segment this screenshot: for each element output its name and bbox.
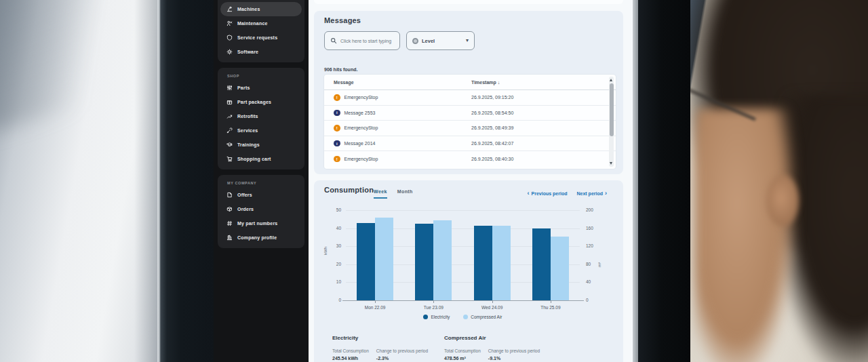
sidebar-item-my-part-numbers[interactable]: My part numbers xyxy=(220,216,302,230)
sidebar-item-parts[interactable]: Parts xyxy=(220,81,302,95)
period-navigation: ‹ Previous period Next period › xyxy=(528,190,607,197)
table-scrollbar[interactable] xyxy=(609,77,614,167)
gridline xyxy=(342,300,584,301)
legend-label: Electricity xyxy=(431,315,450,319)
chevron-left-icon: ‹ xyxy=(528,190,530,197)
timestamp-text: 26.9.2025, 08:42:07 xyxy=(471,141,513,146)
previous-card-remnant xyxy=(314,0,623,4)
sidebar-item-part-packages[interactable]: Part packages xyxy=(220,95,302,109)
timestamp-text: 26.9.2025, 09:15:20 xyxy=(471,95,513,100)
gridline xyxy=(346,210,580,211)
warning-icon: ! xyxy=(334,125,340,132)
sidebar-item-machines[interactable]: Machines xyxy=(220,2,302,16)
bar-electricity xyxy=(357,223,375,300)
sidebar-item-shopping-cart[interactable]: Shopping cart xyxy=(220,152,302,166)
bar-electricity xyxy=(474,226,492,300)
table-row[interactable]: !EmergencyStop26.9.2025, 08:40:30 xyxy=(324,151,616,167)
sidebar-section-label: MY COMPANY xyxy=(227,181,302,185)
table-row[interactable]: iMessage 255326.9.2025, 08:54:50 xyxy=(324,106,616,121)
scrollbar-thumb[interactable] xyxy=(610,83,614,136)
stat-value: -2.3% xyxy=(376,356,428,361)
stat-label: Change to previous period xyxy=(376,348,428,353)
left-axis-tick: 50 xyxy=(336,207,341,212)
stat-column-electricity: ElectricityTotal Consumption245.54 kWhCh… xyxy=(332,335,428,361)
sidebar-item-trainings[interactable]: Trainings xyxy=(220,138,302,152)
messages-panel: Messages Click here to start typing Leve… xyxy=(314,11,623,174)
search-input[interactable]: Click here to start typing xyxy=(324,31,400,50)
sidebar-item-label: Offers xyxy=(237,193,252,197)
software-icon xyxy=(226,49,233,55)
scene: MachinesMaintenanceService requestsSoftw… xyxy=(0,0,868,362)
sidebar-section: MY COMPANYOffersOrdersMy part numbersCom… xyxy=(218,175,304,248)
sidebar-item-offers[interactable]: Offers xyxy=(220,188,302,202)
message-text: EmergencyStop xyxy=(344,95,378,100)
sidebar-item-retrofits[interactable]: Retrofits xyxy=(220,109,302,123)
stat-value: 245.54 kWh xyxy=(332,356,369,361)
left-axis-tick: 30 xyxy=(336,243,341,248)
table-row[interactable]: !EmergencyStop26.9.2025, 09:15:20 xyxy=(324,90,616,106)
sidebar-item-label: Machines xyxy=(237,7,260,12)
shopping-cart-icon xyxy=(226,156,233,162)
sidebar-item-software[interactable]: Software xyxy=(220,45,302,59)
x-axis-label: Tue 23.09 xyxy=(424,305,443,310)
x-axis-label: Wed 24.09 xyxy=(481,305,502,310)
left-axis-tick: 10 xyxy=(336,279,341,284)
x-axis-tick xyxy=(375,300,376,303)
sidebar-item-company-profile[interactable]: Company profile xyxy=(220,230,302,245)
scroll-down-icon[interactable] xyxy=(610,162,612,165)
column-timestamp[interactable]: Timestamp ↓ xyxy=(471,80,500,85)
person-photo xyxy=(690,0,868,362)
tab-month[interactable]: Month xyxy=(397,189,413,199)
sidebar-item-label: Service requests xyxy=(237,35,277,40)
bar-compressed-air xyxy=(492,226,511,300)
bar-compressed-air xyxy=(433,220,452,300)
scroll-up-icon[interactable] xyxy=(610,79,612,81)
monitor-bezel-right xyxy=(638,0,690,362)
left-axis-unit: kWh xyxy=(323,247,328,255)
trainings-icon xyxy=(226,142,233,148)
level-dropdown[interactable]: Level ▾ xyxy=(406,31,475,50)
services-icon xyxy=(226,127,233,134)
previous-period-button[interactable]: ‹ Previous period xyxy=(528,190,568,197)
sidebar-item-label: Company profile xyxy=(237,235,277,240)
sidebar-item-orders[interactable]: Orders xyxy=(220,202,302,216)
sidebar-item-service-requests[interactable]: Service requests xyxy=(220,31,302,45)
message-text: EmergencyStop xyxy=(344,157,378,161)
table-row[interactable]: iMessage 201426.9.2025, 08:42:07 xyxy=(324,136,616,152)
my-part-numbers-icon xyxy=(226,220,233,226)
company-profile-icon xyxy=(226,235,233,241)
right-axis-tick: 80 xyxy=(586,262,591,266)
right-axis-tick: 120 xyxy=(586,243,593,248)
sidebar-item-label: Parts xyxy=(237,85,250,90)
background-photo-left xyxy=(0,0,157,362)
table-row[interactable]: !EmergencyStop26.9.2025, 08:49:39 xyxy=(324,121,616,136)
machines-icon xyxy=(226,6,233,12)
info-icon: i xyxy=(334,110,340,117)
chart-legend: ElectricityCompressed Air xyxy=(346,315,580,319)
stat-value: 478.56 m³ xyxy=(444,356,481,361)
message-text: Message 2553 xyxy=(344,110,376,115)
sidebar-item-label: Trainings xyxy=(237,142,260,147)
sort-desc-icon: ↓ xyxy=(498,80,500,85)
tab-week[interactable]: Week xyxy=(374,189,387,199)
x-axis-label: Thu 25.09 xyxy=(540,305,560,310)
sidebar-item-label: My part numbers xyxy=(237,221,277,226)
right-axis-tick: 200 xyxy=(586,207,593,212)
bar-compressed-air xyxy=(375,218,393,300)
left-axis-tick: 0 xyxy=(338,298,341,302)
left-axis-tick: 40 xyxy=(336,226,341,230)
sidebar: MachinesMaintenanceService requestsSoftw… xyxy=(214,0,309,362)
offers-icon xyxy=(226,192,233,198)
legend-item: Electricity xyxy=(423,315,450,319)
parts-icon xyxy=(226,85,233,91)
sidebar-item-maintenance[interactable]: Maintenance xyxy=(220,16,302,31)
next-period-button[interactable]: Next period › xyxy=(576,190,607,197)
bar-compressed-air xyxy=(551,237,569,300)
photo-edge-shade xyxy=(134,0,157,362)
message-text: Message 2014 xyxy=(344,141,376,146)
maintenance-icon xyxy=(226,20,233,26)
sidebar-item-services[interactable]: Services xyxy=(220,123,302,138)
stat-heading: Electricity xyxy=(332,335,428,341)
chevron-right-icon: › xyxy=(605,190,607,197)
sidebar-item-label: Maintenance xyxy=(237,21,268,26)
